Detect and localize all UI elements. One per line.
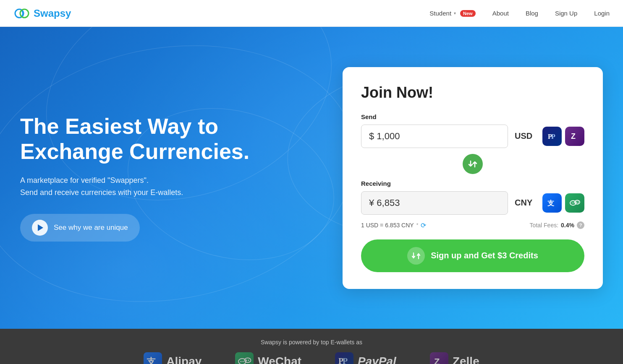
- hero-section: The Easiest Way to Exchange Currencies. …: [0, 27, 623, 329]
- rate-value: 1 USD = 6.853 CNY: [361, 222, 414, 229]
- wechat-name: WeChat: [258, 355, 301, 364]
- svg-point-16: [243, 361, 244, 362]
- paypal-partner: P P PayPal: [335, 352, 396, 364]
- send-label: Send: [361, 113, 584, 120]
- chevron-down-icon: ▾: [454, 11, 456, 16]
- fee-text: Total Fees: 0.4% ?: [530, 221, 584, 229]
- svg-text:P: P: [551, 133, 555, 140]
- join-card: Join Now! Send USD P P: [343, 67, 603, 289]
- fee-amount: 0.4%: [561, 222, 574, 229]
- play-icon: [32, 220, 48, 236]
- signup-btn-icon: [407, 247, 425, 265]
- see-why-button[interactable]: See why we are unique: [20, 214, 140, 242]
- new-badge: New: [460, 10, 476, 17]
- svg-point-9: [573, 202, 574, 203]
- alipay-partner-svg: 支: [145, 354, 160, 364]
- total-fees-label: Total Fees:: [530, 222, 558, 229]
- join-title: Join Now!: [361, 84, 584, 101]
- hero-title: The Easiest Way to Exchange Currencies.: [20, 114, 326, 164]
- zelle-partner-icon: Z: [430, 352, 448, 364]
- login-link[interactable]: Login: [594, 10, 610, 17]
- logo-icon: [13, 5, 30, 22]
- rate-text: 1 USD = 6.853 CNY * ⟳: [361, 221, 426, 229]
- logo[interactable]: Swapsy: [13, 5, 71, 22]
- zelle-icon: Z: [569, 130, 581, 142]
- receive-label: Receiving: [361, 180, 584, 187]
- svg-text:支: 支: [547, 200, 555, 207]
- swap-divider: [361, 154, 584, 174]
- svg-point-11: [578, 201, 578, 202]
- nav-links: Student ▾ New About Blog Sign Up Login: [429, 10, 610, 17]
- svg-point-17: [246, 360, 247, 361]
- wechat-icon: [569, 197, 581, 209]
- paypal-name: PayPal: [358, 355, 396, 364]
- alipay-partner-icon: 支: [144, 352, 162, 364]
- alipay-icon: 支: [546, 197, 558, 209]
- wechat-partner-svg: [237, 354, 252, 364]
- receive-row: CNY 支: [361, 191, 584, 215]
- send-amount-input[interactable]: [361, 125, 508, 148]
- partners-strip: Swapsy is powered by top E-wallets as 支 …: [0, 329, 623, 364]
- svg-point-18: [248, 360, 249, 361]
- svg-point-8: [572, 202, 573, 203]
- play-triangle-icon: [38, 224, 43, 231]
- rate-asterisk: *: [416, 222, 419, 228]
- partners-row: 支 Alipay WeChat P: [20, 352, 603, 364]
- hero-right: Join Now! Send USD P P: [343, 67, 603, 289]
- wechat-partner-icon: [235, 352, 254, 364]
- alipay-partner: 支 Alipay: [144, 352, 202, 364]
- svg-point-10: [576, 201, 577, 202]
- partners-label: Swapsy is powered by top E-wallets as: [261, 339, 362, 346]
- help-icon[interactable]: ?: [577, 221, 584, 229]
- cta-text: See why we are unique: [54, 224, 128, 232]
- svg-text:Z: Z: [434, 356, 440, 364]
- send-wallet-icons: P P Z: [542, 127, 584, 146]
- svg-point-1: [20, 9, 29, 18]
- wechat-wallet-icon[interactable]: [565, 193, 584, 213]
- svg-text:Z: Z: [571, 132, 576, 140]
- send-currency: USD: [515, 131, 536, 141]
- paypal-partner-svg: P P: [337, 354, 352, 364]
- receive-section: Receiving CNY 支: [361, 180, 584, 215]
- zelle-name: Zelle: [453, 355, 479, 364]
- student-label: Student: [429, 10, 451, 17]
- receive-currency: CNY: [515, 198, 536, 208]
- currency-swap-icon: [411, 251, 421, 261]
- swap-arrows-icon: [467, 159, 478, 169]
- zelle-wallet-icon[interactable]: Z: [565, 127, 584, 146]
- paypal-wallet-icon[interactable]: P P: [542, 127, 562, 146]
- about-link[interactable]: About: [492, 10, 509, 17]
- navbar: Swapsy Student ▾ New About Blog Sign Up …: [0, 0, 623, 27]
- swap-icon[interactable]: [463, 154, 483, 174]
- paypal-partner-icon: P P: [335, 352, 353, 364]
- alipay-name: Alipay: [166, 355, 202, 364]
- svg-text:P: P: [343, 356, 348, 364]
- student-dropdown[interactable]: Student ▾ New: [429, 10, 475, 17]
- alipay-wallet-icon[interactable]: 支: [542, 193, 562, 213]
- receive-amount-input[interactable]: [361, 191, 508, 215]
- zelle-partner-svg: Z: [432, 354, 447, 364]
- wechat-partner: WeChat: [235, 352, 301, 364]
- logo-text: Swapsy: [34, 8, 71, 19]
- blog-link[interactable]: Blog: [526, 10, 538, 17]
- refresh-icon[interactable]: ⟳: [421, 221, 426, 229]
- zelle-partner: Z Zelle: [430, 352, 479, 364]
- rate-row: 1 USD = 6.853 CNY * ⟳ Total Fees: 0.4% ?: [361, 221, 584, 229]
- receive-wallet-icons: 支: [542, 193, 584, 213]
- svg-text:支: 支: [146, 356, 156, 364]
- signup-btn-text: Sign up and Get $3 Credits: [431, 251, 538, 260]
- send-section: Send USD P P Z: [361, 113, 584, 148]
- hero-subtitle: A marketplace for verified "Swappers". S…: [20, 174, 326, 199]
- svg-point-15: [241, 361, 242, 362]
- signup-nav-link[interactable]: Sign Up: [555, 10, 577, 17]
- paypal-icon: P P: [546, 130, 558, 142]
- hero-left: The Easiest Way to Exchange Currencies. …: [20, 114, 343, 241]
- signup-cta-button[interactable]: Sign up and Get $3 Credits: [361, 239, 584, 272]
- send-row: USD P P Z: [361, 125, 584, 148]
